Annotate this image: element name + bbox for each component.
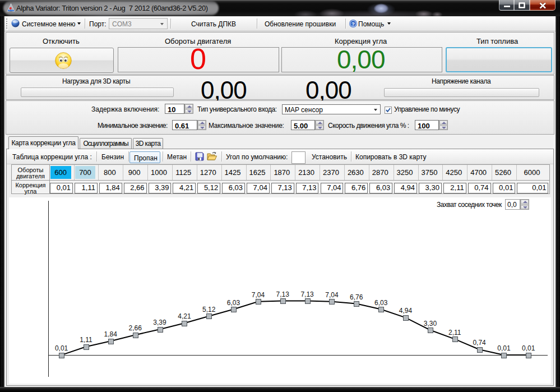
svg-text:0,01: 0,01	[55, 344, 68, 352]
svg-text:4,94: 4,94	[399, 307, 413, 315]
svg-text:7,04: 7,04	[325, 291, 339, 299]
svg-text:4,21: 4,21	[178, 312, 191, 320]
svg-text:7,13: 7,13	[276, 290, 290, 298]
svg-text:3,30: 3,30	[424, 320, 437, 328]
svg-text:1,11: 1,11	[80, 336, 92, 344]
svg-text:0,01: 0,01	[497, 344, 511, 352]
svg-text:2,66: 2,66	[129, 324, 142, 332]
svg-text:3,39: 3,39	[153, 319, 166, 326]
svg-text:0,74: 0,74	[473, 339, 486, 347]
svg-text:?: ?	[351, 21, 355, 27]
svg-text:0,01: 0,01	[522, 344, 535, 352]
svg-text:7,13: 7,13	[300, 290, 314, 298]
svg-text:6,76: 6,76	[350, 293, 363, 301]
svg-text:6,03: 6,03	[374, 299, 388, 307]
svg-text:7,04: 7,04	[252, 291, 265, 299]
svg-text:6,03: 6,03	[227, 299, 240, 307]
svg-text:1,84: 1,84	[104, 330, 118, 338]
svg-text:2,11: 2,11	[448, 329, 461, 336]
svg-text:5,12: 5,12	[202, 306, 216, 313]
